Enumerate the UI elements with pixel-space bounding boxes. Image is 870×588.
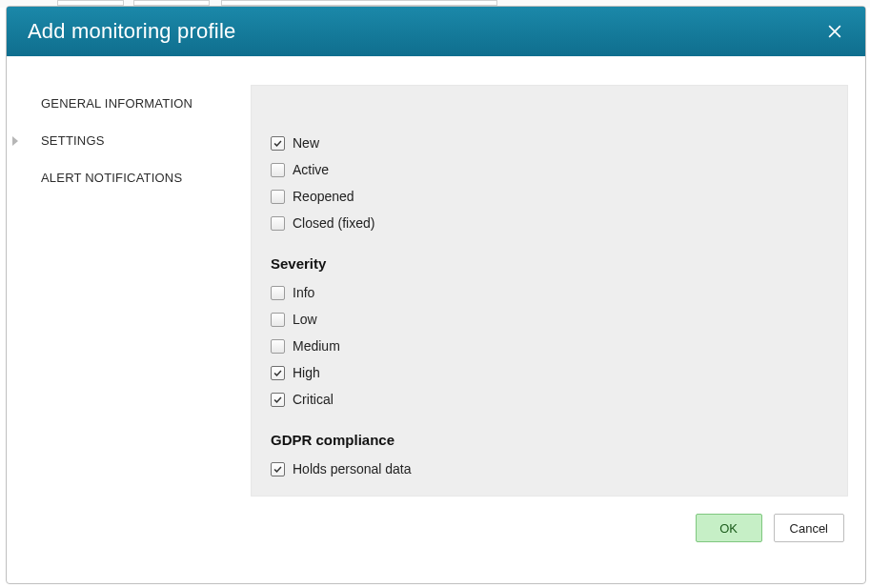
checkbox-row-holds-personal-data[interactable]: Holds personal data bbox=[271, 456, 836, 482]
check-icon bbox=[273, 395, 283, 405]
checkbox-row-critical[interactable]: Critical bbox=[271, 386, 836, 413]
check-icon bbox=[273, 368, 283, 378]
checkbox-row-low[interactable]: Low bbox=[271, 306, 836, 333]
checkbox-row-closed-fixed[interactable]: Closed (fixed) bbox=[271, 210, 836, 236]
checkbox-label: Low bbox=[293, 312, 317, 327]
checkbox-label: Active bbox=[293, 162, 329, 177]
checkbox-label: Medium bbox=[293, 338, 340, 354]
add-monitoring-profile-modal: Add monitoring profile GENERAL INFORMATI… bbox=[6, 6, 866, 584]
nav-item-settings[interactable]: SETTINGS bbox=[7, 122, 251, 159]
checkbox-label: Closed (fixed) bbox=[293, 215, 374, 231]
checkbox-label: New bbox=[293, 135, 319, 151]
checkbox-low[interactable] bbox=[271, 313, 285, 327]
severity-group: Severity Info Low bbox=[271, 255, 836, 413]
checkbox-high[interactable] bbox=[271, 366, 285, 380]
settings-scroll-area[interactable]: New Active Reopened bbox=[251, 85, 848, 497]
wizard-nav: GENERAL INFORMATION SETTINGS ALERT NOTIF… bbox=[7, 85, 251, 583]
checkbox-row-active[interactable]: Active bbox=[271, 156, 836, 183]
status-group: New Active Reopened bbox=[271, 130, 836, 236]
close-button[interactable] bbox=[821, 18, 848, 45]
checkbox-holds-personal-data[interactable] bbox=[271, 462, 285, 476]
check-icon bbox=[273, 138, 283, 149]
checkbox-row-reopened[interactable]: Reopened bbox=[271, 183, 836, 210]
checkbox-label: High bbox=[293, 365, 320, 380]
modal-header: Add monitoring profile bbox=[7, 7, 865, 56]
gdpr-heading: GDPR compliance bbox=[271, 432, 836, 448]
checkbox-critical[interactable] bbox=[271, 393, 285, 407]
nav-item-label: ALERT NOTIFICATIONS bbox=[41, 171, 182, 185]
nav-item-label: GENERAL INFORMATION bbox=[41, 96, 192, 111]
severity-heading: Severity bbox=[271, 255, 836, 272]
checkbox-reopened[interactable] bbox=[271, 190, 285, 204]
checkbox-row-info[interactable]: Info bbox=[271, 279, 836, 306]
checkbox-label: Critical bbox=[293, 392, 334, 407]
modal-title: Add monitoring profile bbox=[28, 19, 235, 44]
checkbox-row-new[interactable]: New bbox=[271, 130, 836, 156]
checkbox-label: Info bbox=[293, 285, 314, 300]
nav-item-label: SETTINGS bbox=[41, 133, 105, 148]
checkbox-row-high[interactable]: High bbox=[271, 359, 836, 386]
check-icon bbox=[273, 464, 283, 475]
close-icon bbox=[825, 22, 844, 41]
checkbox-new[interactable] bbox=[271, 136, 285, 151]
nav-item-alert-notifications[interactable]: ALERT NOTIFICATIONS bbox=[7, 159, 251, 196]
checkbox-medium[interactable] bbox=[271, 339, 285, 354]
checkbox-label: Reopened bbox=[293, 189, 354, 204]
modal-footer: OK Cancel bbox=[251, 497, 848, 556]
cancel-button[interactable]: Cancel bbox=[774, 514, 844, 542]
checkbox-label: Holds personal data bbox=[293, 461, 412, 476]
checkbox-active[interactable] bbox=[271, 163, 285, 177]
checkbox-info[interactable] bbox=[271, 286, 285, 300]
gdpr-group: GDPR compliance Holds personal data bbox=[271, 432, 836, 482]
ok-button[interactable]: OK bbox=[696, 514, 762, 542]
checkbox-closed-fixed[interactable] bbox=[271, 216, 285, 231]
checkbox-row-medium[interactable]: Medium bbox=[271, 333, 836, 359]
nav-item-general-information[interactable]: GENERAL INFORMATION bbox=[7, 85, 251, 122]
